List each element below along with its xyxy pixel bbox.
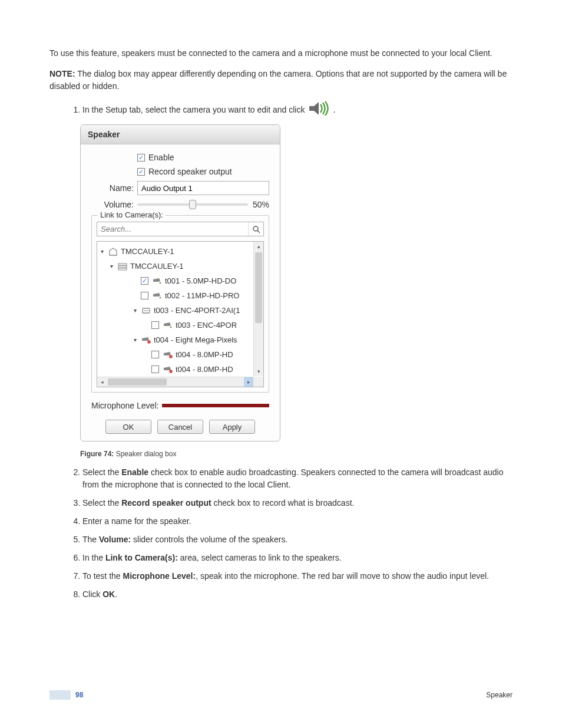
svg-point-10 <box>170 326 172 328</box>
record-output-checkbox[interactable] <box>137 168 145 176</box>
scroll-right-icon[interactable]: ▸ <box>244 377 253 387</box>
tree-item-label: t003 - ENC-4PORT-2AI(1 <box>154 306 240 315</box>
note-label: NOTE: <box>49 69 75 78</box>
tree-item-label: t003 - ENC-4POR <box>176 321 237 330</box>
step-8: Click OK. <box>82 588 513 601</box>
camera-icon <box>152 276 163 286</box>
name-label: Name: <box>91 183 134 193</box>
name-input[interactable] <box>137 181 269 195</box>
apply-button[interactable]: Apply <box>209 420 255 434</box>
speaker-sound-icon <box>308 101 329 116</box>
footer-decoration <box>49 690 71 700</box>
ok-button[interactable]: OK <box>105 420 151 434</box>
tree-item[interactable]: t002 - 11MP-HD-PRO <box>97 288 263 303</box>
step-3: Select the Record speaker output check b… <box>82 497 513 509</box>
figure-number: Figure 74: <box>80 450 114 458</box>
camera-group-icon <box>163 350 173 360</box>
server-icon <box>117 262 128 271</box>
camera-icon <box>152 291 163 301</box>
tree-item[interactable]: t004 - Eight Mega-Pixels <box>97 332 263 347</box>
tree-item[interactable]: TMCCAULEY-1 <box>97 244 263 259</box>
enable-checkbox[interactable] <box>137 154 145 162</box>
figure-text: Speaker dialog box <box>114 450 176 458</box>
svg-point-6 <box>160 282 161 284</box>
camera-tree[interactable]: TMCCAULEY-1TMCCAULEY-1t001 - 5.0MP-HD-DO… <box>97 241 264 387</box>
link-to-cameras-group: Link to Camera(s): TMCCAULEY-1TMCCAULEY-… <box>91 215 269 393</box>
step-1-text-a: In the Setup tab, select the camera you … <box>82 104 305 116</box>
tree-item-checkbox[interactable] <box>151 351 159 358</box>
scroll-up-icon[interactable]: ▴ <box>254 242 263 251</box>
v-scroll-thumb[interactable] <box>255 252 262 323</box>
figure-caption: Figure 74: Speaker dialog box <box>80 450 513 458</box>
svg-rect-4 <box>118 266 127 268</box>
svg-rect-5 <box>118 268 127 270</box>
tree-item-checkbox[interactable] <box>141 277 148 285</box>
scroll-down-icon[interactable]: ▾ <box>254 367 263 376</box>
step-1: In the Setup tab, select the camera you … <box>82 101 513 116</box>
svg-point-7 <box>160 297 161 298</box>
svg-rect-3 <box>118 263 127 265</box>
tree-item[interactable]: t003 - ENC-4PORT-2AI(1 <box>97 303 263 318</box>
enable-label: Enable <box>148 153 174 162</box>
cancel-button[interactable]: Cancel <box>157 420 203 434</box>
tree-item-label: t004 - 8.0MP-HD <box>176 350 233 359</box>
step-5: The Volume: slider controls the volume o… <box>82 533 513 546</box>
tree-item-label: t004 - Eight Mega-Pixels <box>154 335 237 344</box>
intro-text: To use this feature, speakers must be co… <box>49 47 513 60</box>
link-legend: Link to Camera(s): <box>98 210 166 219</box>
tree-item-checkbox[interactable] <box>151 321 159 329</box>
scroll-corner <box>253 377 263 387</box>
dialog-title: Speaker <box>81 125 280 144</box>
tree-item[interactable]: t004 - 8.0MP-HD <box>97 362 263 377</box>
note-body: The dialog box may appear differently de… <box>49 69 507 91</box>
expand-caret-icon[interactable] <box>134 307 140 314</box>
expand-caret-icon[interactable] <box>134 337 140 343</box>
tree-item[interactable]: t004 - 8.0MP-HD <box>97 347 263 362</box>
svg-marker-0 <box>309 102 319 115</box>
volume-thumb[interactable] <box>189 200 196 209</box>
tree-vertical-scrollbar[interactable]: ▴ ▾ <box>253 242 263 376</box>
tree-item-label: t002 - 11MP-HD-PRO <box>165 291 239 300</box>
page-footer: 98 Speaker <box>0 690 562 700</box>
step-6: In the Link to Camera(s): area, select c… <box>82 552 513 564</box>
tree-item-label: TMCCAULEY-1 <box>121 247 174 256</box>
tree-item-label: t004 - 8.0MP-HD <box>176 365 233 374</box>
volume-label: Volume: <box>91 200 134 209</box>
page-number: 98 <box>75 691 83 699</box>
camera-group-icon <box>163 365 173 374</box>
volume-value: 50% <box>253 200 269 209</box>
mic-level-label: Microphone Level: <box>91 401 158 410</box>
step-2: Select the Enable check box to enable au… <box>82 466 513 491</box>
tree-item[interactable]: t001 - 5.0MP-HD-DO <box>97 274 263 288</box>
scroll-left-icon[interactable]: ◂ <box>97 377 107 387</box>
footer-section: Speaker <box>486 691 513 699</box>
record-output-label: Record speaker output <box>148 167 232 176</box>
camera-icon <box>163 321 173 330</box>
mic-level-meter <box>162 404 269 407</box>
volume-slider[interactable] <box>137 203 248 206</box>
step-4: Enter a name for the speaker. <box>82 515 513 528</box>
tree-item-checkbox[interactable] <box>141 292 148 299</box>
svg-point-1 <box>253 226 258 231</box>
tree-item-label: t001 - 5.0MP-HD-DO <box>165 276 236 285</box>
expand-caret-icon[interactable] <box>110 263 116 269</box>
camera-group-icon <box>141 335 151 345</box>
tree-item[interactable]: TMCCAULEY-1 <box>97 259 263 274</box>
tree-horizontal-scrollbar[interactable]: ◂ ▸ <box>97 377 253 387</box>
search-icon[interactable] <box>248 222 263 236</box>
tree-item[interactable]: t003 - ENC-4POR <box>97 318 263 332</box>
svg-line-2 <box>257 230 260 233</box>
h-scroll-thumb[interactable] <box>108 378 167 386</box>
note-text: NOTE: The dialog box may appear differen… <box>49 68 513 93</box>
encoder-icon <box>141 306 151 315</box>
speaker-dialog: Speaker Enable Record speaker output Nam… <box>80 124 280 442</box>
step-7: To test the Microphone Level:, speak int… <box>82 570 513 582</box>
tree-item-label: TMCCAULEY-1 <box>130 262 184 271</box>
expand-caret-icon[interactable] <box>101 248 107 255</box>
site-icon <box>108 247 118 256</box>
camera-search-input[interactable] <box>97 222 248 236</box>
tree-item-checkbox[interactable] <box>151 365 159 373</box>
step-1-text-b: . <box>333 104 335 116</box>
